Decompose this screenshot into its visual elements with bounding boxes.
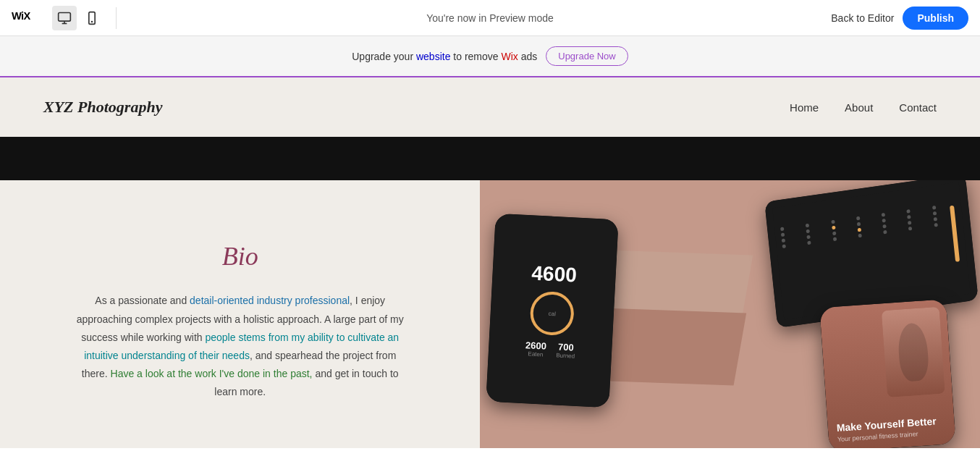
- bio-link-1: detail-oriented industry professional: [190, 295, 350, 306]
- top-bar: WiX You're now in Preview mode Back to E…: [0, 0, 980, 36]
- wix-word: Wix: [501, 51, 518, 62]
- bio-panel: Bio As a passionate and detail-oriented …: [0, 180, 480, 448]
- calorie-burned: 700 Burned: [557, 341, 576, 359]
- calorie-row: 2600 Eaten 700 Burned: [525, 340, 576, 360]
- preview-mode-label: You're now in Preview mode: [426, 12, 554, 24]
- hero-area: [0, 137, 980, 180]
- upgrade-banner: Upgrade your website to remove Wix ads U…: [0, 36, 980, 77]
- svg-text:WiX: WiX: [12, 9, 30, 21]
- wix-logo: WiX: [12, 8, 41, 28]
- bio-link-2: people stems from my ability to cultivat…: [84, 332, 399, 361]
- bio-title: Bio: [222, 241, 258, 271]
- bio-link-3: Have a look at the work I've done in the…: [111, 368, 313, 379]
- site-logo: XYZ Photography: [43, 98, 162, 117]
- phone-fitness-screen: Make Yourself Better Your personal fitne…: [819, 299, 956, 448]
- phone-calories: 4600 cal 2600 Eaten 700 Burned: [486, 214, 619, 408]
- phone-scene: 4600 cal 2600 Eaten 700 Burned: [480, 180, 980, 448]
- topbar-right: Back to Editor Publish: [831, 7, 968, 30]
- upgrade-now-button[interactable]: Upgrade Now: [546, 46, 628, 66]
- device-switcher: [52, 6, 104, 30]
- calorie-eaten: 2600 Eaten: [525, 340, 547, 358]
- box-shape-lower: [590, 308, 746, 386]
- back-to-editor-link[interactable]: Back to Editor: [831, 12, 894, 24]
- calorie-main-number: 4600: [531, 261, 578, 287]
- phone-fitness: Make Yourself Better Your personal fitne…: [819, 299, 956, 448]
- desktop-view-button[interactable]: [52, 6, 77, 30]
- phone-calories-screen: 4600 cal 2600 Eaten 700 Burned: [486, 214, 619, 408]
- site-nav: Home About Contact: [790, 101, 937, 114]
- content-section: Bio As a passionate and detail-oriented …: [0, 180, 980, 448]
- website-word: website: [416, 51, 450, 62]
- publish-button[interactable]: Publish: [903, 7, 968, 30]
- site-header: XYZ Photography Home About Contact: [0, 77, 980, 137]
- orange-bar: [950, 206, 960, 262]
- calorie-circle: cal: [530, 290, 575, 336]
- nav-contact[interactable]: Contact: [899, 101, 937, 114]
- upgrade-text: Upgrade your website to remove Wix ads: [352, 51, 537, 62]
- toolbar-divider: [116, 7, 117, 29]
- nav-home[interactable]: Home: [790, 101, 819, 114]
- svg-rect-1: [59, 12, 71, 21]
- nav-about[interactable]: About: [845, 101, 873, 114]
- bio-text: As a passionate and detail-oriented indu…: [74, 292, 407, 401]
- image-panel: 4600 cal 2600 Eaten 700 Burned: [480, 180, 980, 448]
- mobile-view-button[interactable]: [80, 6, 104, 30]
